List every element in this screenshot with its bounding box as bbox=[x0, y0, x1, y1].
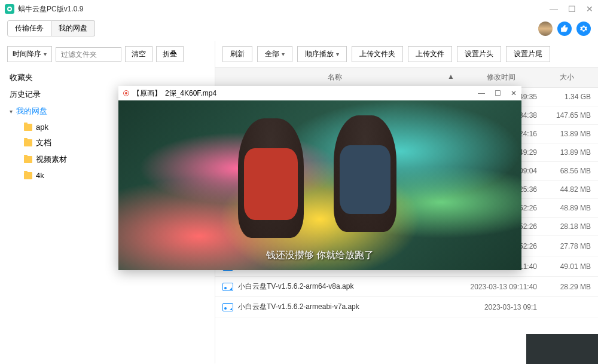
video-close[interactable]: ✕ bbox=[511, 89, 517, 97]
file-time: 2023-03-13 09:11:40 bbox=[459, 283, 543, 291]
search-input[interactable] bbox=[56, 47, 121, 62]
file-row[interactable]: 小白云盘TV-v1.5.6.2-armeabi-v7a.apk2023-03-1… bbox=[215, 297, 598, 317]
file-time: 2023-03-13 09:1 bbox=[459, 303, 543, 311]
upload-file-button[interactable]: 上传文件 bbox=[408, 46, 452, 62]
video-player-window: 【原画】 2深_4K60F.mp4 — ☐ ✕ 钱还没攒够 你就给放跑了 bbox=[118, 86, 521, 270]
file-name: 小白云盘TV-v1.5.6.2-armeabi-v7a.apk bbox=[238, 302, 459, 312]
file-size: 1.34 GB bbox=[543, 93, 591, 101]
file-size: 28.18 MB bbox=[543, 222, 591, 231]
like-button[interactable] bbox=[557, 22, 572, 36]
video-subtitle: 钱还没攒够 你就给放跑了 bbox=[118, 249, 521, 262]
file-icon bbox=[222, 303, 233, 311]
sort-select[interactable]: 时间降序▾ bbox=[7, 46, 52, 62]
tab-mydisk[interactable]: 我的网盘 bbox=[51, 20, 95, 36]
video-filename: 2深_4K60F.mp4 bbox=[165, 88, 216, 99]
file-size: 68.56 MB bbox=[543, 167, 591, 175]
file-row[interactable]: 小白云盘TV-v1.5.6.2-arm64-v8a.apk2023-03-13 … bbox=[215, 277, 598, 297]
file-size: 27.78 MB bbox=[543, 242, 591, 250]
play-order[interactable]: 顺序播放▾ bbox=[297, 46, 347, 62]
folder-icon bbox=[24, 156, 32, 163]
filter-all[interactable]: 全部▾ bbox=[257, 46, 292, 62]
titlebar: 蜗牛云盘PC版v1.0.9 — ☐ ✕ bbox=[0, 0, 598, 18]
maximize-button[interactable]: ☐ bbox=[568, 5, 575, 13]
refresh-button[interactable]: 刷新 bbox=[222, 46, 252, 62]
folder-icon bbox=[24, 124, 32, 131]
video-quality: 【原画】 bbox=[133, 88, 161, 99]
set-tail-button[interactable]: 设置片尾 bbox=[506, 46, 550, 62]
file-size: 44.82 MB bbox=[543, 185, 591, 194]
collapse-button[interactable]: 折叠 bbox=[156, 46, 184, 62]
settings-button[interactable] bbox=[576, 22, 591, 36]
tab-transfer[interactable]: 传输任务 bbox=[7, 20, 51, 36]
file-size: 49.01 MB bbox=[543, 262, 591, 271]
bottom-overlay bbox=[526, 334, 598, 364]
close-button[interactable]: ✕ bbox=[586, 5, 593, 13]
upload-folder-button[interactable]: 上传文件夹 bbox=[352, 46, 403, 62]
header-name[interactable]: 名称 bbox=[222, 72, 447, 82]
file-size: 147.65 MB bbox=[543, 111, 591, 120]
set-head-button[interactable]: 设置片头 bbox=[457, 46, 501, 62]
folder-icon bbox=[24, 139, 32, 146]
file-icon bbox=[222, 283, 233, 291]
app-icon bbox=[5, 4, 14, 14]
table-header: 名称 ▲ 修改时间 大小 bbox=[215, 67, 598, 88]
file-size: 13.89 MB bbox=[543, 130, 591, 138]
header-time[interactable]: 修改时间 bbox=[459, 72, 543, 82]
record-icon bbox=[123, 90, 129, 96]
folder-icon bbox=[24, 172, 32, 179]
file-name: 小白云盘TV-v1.5.6.2-arm64-v8a.apk bbox=[238, 282, 459, 292]
file-size: 13.89 MB bbox=[543, 148, 591, 157]
main-tabs: 传输任务 我的网盘 bbox=[7, 20, 95, 36]
file-size: 48.89 MB bbox=[543, 204, 591, 212]
video-frame[interactable]: 钱还没攒够 你就给放跑了 bbox=[118, 100, 521, 270]
clear-button[interactable]: 清空 bbox=[125, 46, 152, 62]
tree-favorites[interactable]: 收藏夹 bbox=[7, 69, 208, 86]
app-title: 蜗牛云盘PC版v1.0.9 bbox=[18, 4, 83, 14]
header-size[interactable]: 大小 bbox=[543, 72, 591, 82]
avatar[interactable] bbox=[538, 22, 553, 36]
file-size: 28.29 MB bbox=[543, 283, 591, 291]
sort-indicator[interactable]: ▲ bbox=[447, 72, 459, 82]
video-maximize[interactable]: ☐ bbox=[495, 89, 501, 97]
video-minimize[interactable]: — bbox=[478, 89, 485, 97]
minimize-button[interactable]: — bbox=[550, 5, 557, 13]
